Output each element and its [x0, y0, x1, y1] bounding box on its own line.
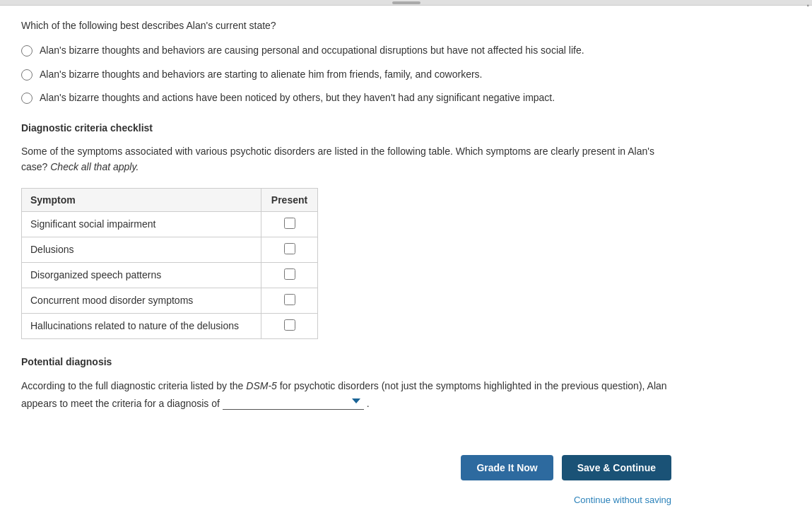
table-row: Concurrent mood disorder symptoms [22, 288, 318, 313]
symptom-cell-4: Concurrent mood disorder symptoms [22, 288, 261, 313]
checklist-description: Some of the symptoms associated with var… [21, 143, 671, 175]
diagnosis-text-part1: According to the full diagnostic criteri… [21, 380, 243, 391]
checkbox-cell-3[interactable] [261, 262, 318, 288]
main-question: Which of the following best describes Al… [21, 20, 671, 31]
diagnosis-select[interactable]: Schizophrenia Schizoaffective disorder B… [223, 398, 364, 409]
col-symptom-header: Symptom [22, 188, 261, 211]
buttons-row: Grade It Now Save & Continue [461, 455, 671, 488]
grade-button[interactable]: Grade It Now [461, 455, 553, 480]
table-row: Hallucinations related to nature of the … [22, 313, 318, 338]
checkbox-cell-4[interactable] [261, 288, 318, 313]
radio-label-2: Alan's bizarre thoughts and behaviors ar… [40, 68, 483, 82]
checkbox-input-1[interactable] [284, 218, 295, 229]
symptoms-table: Symptom Present Significant social impai… [21, 188, 318, 339]
checkbox-input-3[interactable] [284, 268, 295, 280]
radio-label-1: Alan's bizarre thoughts and behaviors ar… [40, 44, 584, 58]
checkbox-cell-5[interactable] [261, 313, 318, 338]
radio-input-2[interactable] [21, 69, 33, 81]
save-continue-button[interactable]: Save & Continue [562, 455, 671, 480]
radio-options-group: Alan's bizarre thoughts and behaviors ar… [21, 44, 671, 105]
continue-without-saving-link[interactable]: Continue without saving [574, 495, 671, 505]
table-row: Significant social impairment [22, 211, 318, 237]
checkbox-input-4[interactable] [284, 294, 295, 305]
window-handle [392, 1, 420, 4]
radio-input-3[interactable] [21, 93, 33, 104]
diagnosis-section-title: Potential diagnosis [21, 356, 671, 367]
radio-label-3: Alan's bizarre thoughts and actions have… [40, 91, 555, 105]
symptom-cell-2: Delusions [22, 237, 261, 262]
bottom-actions: Grade It Now Save & Continue Continue wi… [21, 434, 671, 505]
symptom-cell-5: Hallucinations related to nature of the … [22, 313, 261, 338]
diagnosis-dropdown-wrapper[interactable]: Schizophrenia Schizoaffective disorder B… [223, 398, 364, 410]
diagnosis-description: According to the full diagnostic criteri… [21, 377, 671, 413]
radio-option-3[interactable]: Alan's bizarre thoughts and actions have… [21, 91, 671, 105]
checkbox-input-5[interactable] [284, 319, 295, 331]
checkbox-input-2[interactable] [284, 243, 295, 254]
col-present-header: Present [261, 188, 318, 211]
checkbox-cell-1[interactable] [261, 211, 318, 237]
symptom-cell-1: Significant social impairment [22, 211, 261, 237]
resize-icon: ▪ [806, 1, 809, 9]
diagnosis-section: Potential diagnosis According to the ful… [21, 356, 671, 413]
radio-input-1[interactable] [21, 45, 33, 57]
diagnosis-period: . [367, 398, 370, 409]
dsm-reference: DSM-5 [246, 380, 277, 391]
radio-option-2[interactable]: Alan's bizarre thoughts and behaviors ar… [21, 68, 671, 82]
table-row: Disorganized speech patterns [22, 262, 318, 288]
checkbox-cell-2[interactable] [261, 237, 318, 262]
symptom-cell-3: Disorganized speech patterns [22, 262, 261, 288]
radio-option-1[interactable]: Alan's bizarre thoughts and behaviors ar… [21, 44, 671, 58]
table-row: Delusions [22, 237, 318, 262]
checklist-section-title: Diagnostic criteria checklist [21, 122, 671, 134]
